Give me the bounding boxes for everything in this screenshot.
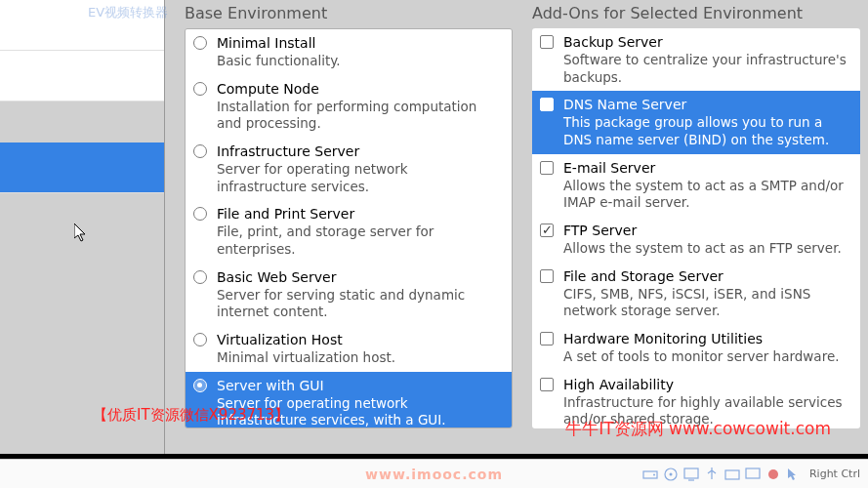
base-env-option[interactable]: File and Print ServerFile, print, and st… (186, 200, 512, 263)
mouse-integration-icon (785, 466, 803, 483)
option-description: Allows the system to act as an FTP serve… (563, 240, 850, 258)
option-description: Allows the system to act as a SMTP and/o… (563, 178, 850, 212)
radio-button[interactable] (193, 333, 207, 346)
base-env-option[interactable]: Virtualization HostMinimal virtualizatio… (186, 326, 512, 372)
option-title: Infrastructure Server (217, 142, 502, 160)
addons-column: Add-Ons for Selected Environment Backup … (532, 4, 860, 454)
checkbox[interactable] (540, 332, 554, 346)
checkbox[interactable] (540, 224, 554, 237)
addon-option[interactable]: FTP ServerAllows the system to act as an… (532, 217, 860, 263)
svg-point-1 (653, 473, 655, 475)
watermark-topright: EV视频转换器 (88, 4, 168, 21)
option-description: Server for operating network infrastruct… (217, 161, 502, 195)
shared-folder-icon (723, 466, 741, 483)
radio-button[interactable] (193, 82, 207, 96)
checkbox[interactable] (540, 161, 554, 175)
host-key-label: Right Ctrl (809, 468, 860, 480)
svg-rect-6 (725, 470, 739, 479)
checkbox[interactable] (540, 98, 554, 111)
option-title: High Availability (563, 376, 850, 393)
svg-point-8 (768, 469, 778, 479)
checkbox[interactable] (540, 35, 554, 49)
option-title: E-mail Server (563, 159, 850, 177)
disc-icon (662, 466, 680, 483)
addon-option[interactable]: E-mail ServerAllows the system to act as… (532, 154, 860, 217)
checkbox[interactable] (540, 269, 554, 283)
base-env-column: Base Environment Minimal InstallBasic fu… (185, 4, 513, 454)
option-description: Minimal virtualization host. (217, 349, 502, 367)
addons-list[interactable]: Backup ServerSoftware to centralize your… (532, 28, 860, 428)
option-title: Backup Server (563, 33, 850, 51)
option-title: Basic Web Server (217, 268, 502, 286)
option-description: File, print, and storage server for ente… (217, 224, 502, 258)
usb-icon (703, 466, 721, 483)
radio-button[interactable] (193, 144, 207, 158)
main-content: Base Environment Minimal InstallBasic fu… (165, 0, 868, 454)
option-description: CIFS, SMB, NFS, iSCSI, iSER, and iSNS ne… (563, 286, 850, 320)
recording-icon (765, 466, 782, 483)
base-env-list[interactable]: Minimal InstallBasic functionality.Compu… (185, 28, 513, 428)
base-env-option[interactable]: Compute NodeInstallation for performing … (186, 75, 512, 138)
option-title: Virtualization Host (217, 331, 502, 348)
addon-option[interactable]: DNS Name ServerThis package group allows… (532, 91, 860, 153)
addon-option[interactable]: Hardware Monitoring UtilitiesA set of to… (532, 325, 860, 371)
radio-button[interactable] (193, 270, 207, 284)
radio-button[interactable] (193, 36, 207, 50)
hdd-icon (641, 466, 659, 483)
option-title: Compute Node (217, 80, 502, 98)
left-sidebar (0, 0, 165, 454)
base-env-option[interactable]: Infrastructure ServerServer for operatin… (186, 138, 512, 200)
display-icon (744, 466, 762, 483)
option-description: Basic functionality. (217, 53, 502, 70)
svg-rect-4 (684, 468, 698, 478)
checkbox[interactable] (540, 378, 554, 391)
spoke-item[interactable] (0, 51, 164, 102)
option-description: A set of tools to monitor server hardwar… (563, 348, 850, 366)
option-description: Installation for performing computation … (217, 99, 502, 133)
addon-option[interactable]: File and Storage ServerCIFS, SMB, NFS, i… (532, 263, 860, 325)
watermark-red-text: 【优质IT资源微信X923713】 (93, 406, 289, 425)
option-title: Hardware Monitoring Utilities (563, 330, 850, 347)
installer-window: Base Environment Minimal InstallBasic fu… (0, 0, 868, 454)
option-title: Server with GUI (217, 377, 502, 394)
option-description: Server for serving static and dynamic in… (217, 287, 502, 321)
option-title: FTP Server (563, 222, 850, 239)
base-env-heading: Base Environment (185, 4, 513, 22)
network-icon (682, 466, 700, 483)
option-title: DNS Name Server (563, 96, 850, 113)
watermark-bottomright: 牛牛IT资源网 www.cowcowit.com (565, 418, 831, 440)
radio-button[interactable] (193, 379, 207, 392)
svg-rect-7 (746, 468, 760, 478)
option-title: File and Storage Server (563, 267, 850, 285)
svg-point-3 (669, 472, 672, 475)
radio-button[interactable] (193, 207, 207, 221)
base-env-option[interactable]: Basic Web ServerServer for serving stati… (186, 264, 512, 326)
addons-heading: Add-Ons for Selected Environment (532, 4, 860, 22)
spoke-item-active[interactable] (0, 142, 164, 193)
base-env-option[interactable]: Minimal InstallBasic functionality. (186, 29, 512, 75)
watermark-bottom: www.imooc.com (365, 467, 503, 482)
option-description: Software to centralize your infrastructu… (563, 52, 850, 86)
option-title: Minimal Install (217, 34, 502, 52)
addon-option[interactable]: Backup ServerSoftware to centralize your… (532, 28, 860, 91)
option-description: This package group allows you to run a D… (563, 114, 850, 148)
option-title: File and Print Server (217, 205, 502, 223)
